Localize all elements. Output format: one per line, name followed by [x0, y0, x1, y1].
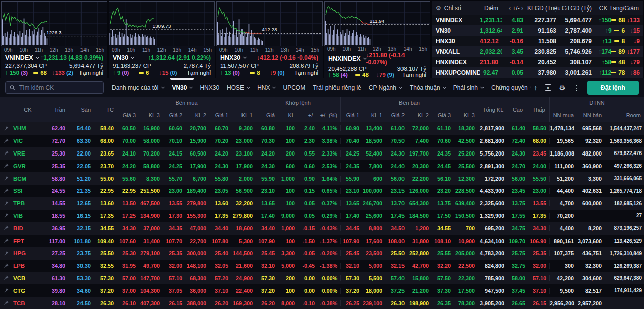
pin-icon[interactable]: [4, 275, 9, 281]
time-axis-label: 13h: [388, 46, 396, 52]
board-cell: 25.75: [507, 250, 528, 256]
board-cell: 18,500: [362, 138, 385, 144]
board-cell: 17.45: [385, 213, 408, 219]
board-row[interactable]: GVR25.3522.0523.7024.2058,80024.2517,900…: [0, 160, 644, 172]
board-row[interactable]: BID36.9532.1534.5534.3037,00034.3547,000…: [0, 222, 644, 235]
buy-sub-header: Giá 1: [209, 108, 231, 122]
index-table-row[interactable]: HNXUPCOMINDEX92.470.0537.9803,001.261↑11…: [432, 67, 643, 78]
board-cell: 26.65: [507, 300, 528, 306]
board-row[interactable]: VHM62.4054.4058.4060.5016,90060.6020,700…: [0, 122, 644, 135]
board-cell: 1,200: [408, 225, 432, 231]
tab-cp-ng-nh[interactable]: CP Ngành: [369, 78, 402, 97]
pin-icon[interactable]: [4, 251, 9, 256]
index-klgd: 11.508: [527, 38, 560, 45]
index-table-row[interactable]: HNX30412.12-0.1611.508208.679↑138↓9: [432, 36, 643, 46]
index-table-row[interactable]: VN301,312.642.9191.1632,787.400↑96↓15: [432, 25, 643, 36]
index-name-dropdown[interactable]: HNX30: [220, 54, 246, 61]
board-row[interactable]: TCB28.1024.5026.3026.10407,30026.15388,0…: [0, 297, 644, 309]
panel-volume-row: 11,507,507 CP208.679 Tỷ: [220, 63, 318, 69]
board-cell: 2.30: [298, 138, 318, 144]
index-updown: ↑96↓15: [596, 27, 643, 34]
upload-icon[interactable]: ↑: [534, 84, 537, 91]
board-cell: 26.20: [209, 300, 231, 306]
index-table-row[interactable]: VNXALL2,032.203.45230.8255,746.926↑17489…: [432, 46, 643, 57]
next-arrow-icon[interactable]: ›: [520, 5, 523, 12]
ceiling-price: 117.00: [43, 238, 68, 244]
floor-price: 63.30: [68, 138, 94, 144]
pin-icon[interactable]: [4, 213, 9, 218]
place-order-button[interactable]: Đặt lệnh: [587, 81, 639, 95]
pin-icon[interactable]: [4, 138, 9, 144]
tab-hnx30[interactable]: HNX30: [200, 78, 219, 97]
board-row[interactable]: VIB18.5516.1517.3517.25134,90017.30155,3…: [0, 210, 644, 222]
index-gtgd: 2,787.400: [560, 27, 596, 34]
board-cell: 34.45: [340, 225, 362, 231]
board-row[interactable]: BCM58.8051.2055.0055.608,30055.706,70055…: [0, 172, 644, 185]
decliners-count: ↓79(9): [376, 72, 394, 78]
index-name-dropdown[interactable]: VNINDEX: [5, 54, 39, 61]
index-klgd: 230.825: [527, 48, 560, 55]
board-row[interactable]: VRE25.3022.0023.6524.1070,20024.1560,500…: [0, 147, 644, 160]
board-cell: 4,783,200: [478, 250, 507, 256]
index-name-dropdown[interactable]: HNXINDEX: [328, 55, 366, 62]
tab-upcom[interactable]: UPCOM: [283, 78, 305, 97]
pin-icon[interactable]: [4, 188, 9, 194]
board-cell: 0.05: [298, 200, 318, 206]
board-cell: 113,426,529: [605, 238, 644, 244]
board-cell: 4,700: [549, 200, 577, 206]
board-row[interactable]: CTG39.8034.6037.2037.00104,30037.0536,00…: [0, 284, 644, 297]
pin-icon[interactable]: [4, 201, 9, 206]
board-row[interactable]: TPB14.5512.6513.6013.50467,50013.55279,8…: [0, 197, 644, 210]
tab-hnx[interactable]: HNX: [257, 78, 275, 97]
board-cell: 25.50: [385, 250, 408, 256]
board-cell: 13,400: [362, 125, 385, 131]
gear-icon[interactable]: ⚙: [436, 5, 441, 12]
board-cell: 5,500: [362, 275, 385, 281]
decliners-count: ↓15(0): [159, 70, 177, 76]
tab-tr-i-phi-u-ri-ng-l-[interactable]: Trái phiếu riêng lẻ: [313, 78, 361, 97]
board-cell: 13.60: [209, 200, 231, 206]
board-cell: 144,500: [231, 250, 256, 256]
board-cell: 2,681,800: [478, 138, 507, 144]
settings-gear-icon[interactable]: ⚙: [559, 84, 566, 91]
board-row[interactable]: VIC72.7063.3068.0070.0058,00070.1015,900…: [0, 135, 644, 147]
ceiling-price: 24.55: [43, 188, 68, 194]
flat-bar-icon: [611, 61, 616, 63]
board-row[interactable]: LPB34.8030.3032.5531.9549,70032.00148,10…: [0, 260, 644, 272]
board-cell: 228,500: [454, 188, 478, 194]
search-box[interactable]: [5, 81, 104, 94]
pin-icon[interactable]: [4, 288, 9, 293]
ceiling-price: 18.55: [43, 213, 68, 219]
pin-icon[interactable]: [4, 150, 9, 156]
board-cell: 31.95: [117, 263, 139, 269]
board-cell: 78,300: [454, 300, 478, 306]
tab-vn30[interactable]: VN30: [172, 78, 192, 97]
time-axis-label: 11h: [142, 47, 150, 53]
pin-icon[interactable]: [4, 238, 9, 244]
tab-hose[interactable]: HOSE: [227, 78, 250, 97]
index-table-row[interactable]: HNXINDEX211.80-0.1420.452308.107↑5848↓79: [432, 57, 643, 67]
board-cell: 37.20: [340, 288, 362, 294]
board-cell: 34.50: [385, 225, 408, 231]
board-row[interactable]: VCB61.3053.3057.3057.00147,70057.1068,30…: [0, 272, 644, 285]
pin-icon[interactable]: [4, 163, 9, 169]
pin-icon[interactable]: [4, 176, 9, 181]
board-row[interactable]: SSI24.5521.3522.9522.95251,50023.00189,4…: [0, 185, 644, 197]
board-row[interactable]: HPG27.2523.7525.5025.30279,10025.35300,0…: [0, 247, 644, 260]
tab-ch-ng-quy-n[interactable]: Chứng quyền: [491, 78, 531, 97]
tab-ph-i-sinh[interactable]: Phái sinh: [453, 78, 484, 97]
tab-th-a-thu-n[interactable]: Thỏa thuận: [410, 78, 446, 97]
pin-icon[interactable]: [4, 300, 9, 306]
pin-cell: [0, 288, 12, 293]
pin-icon[interactable]: [4, 263, 9, 269]
excel-export-icon[interactable]: x: [545, 84, 551, 91]
pin-icon[interactable]: [4, 126, 9, 131]
pin-icon[interactable]: [4, 225, 9, 231]
kebab-menu-icon[interactable]: ⋮: [573, 84, 580, 91]
index-name-dropdown[interactable]: VN30: [113, 54, 134, 61]
panel-breadth-row: ↑ 58(4)48↓79(9)Tạm nghỉ: [328, 72, 426, 78]
board-row[interactable]: FPT117.00101.80109.40107.6031,400107.702…: [0, 235, 644, 247]
search-input[interactable]: [18, 84, 99, 92]
index-table-row[interactable]: VNINDEX1,231.134.83227.3775,694.477↑1506…: [432, 15, 643, 25]
tab-danh-m-c-c-a-t-i[interactable]: Danh mục của tôi: [112, 78, 164, 97]
